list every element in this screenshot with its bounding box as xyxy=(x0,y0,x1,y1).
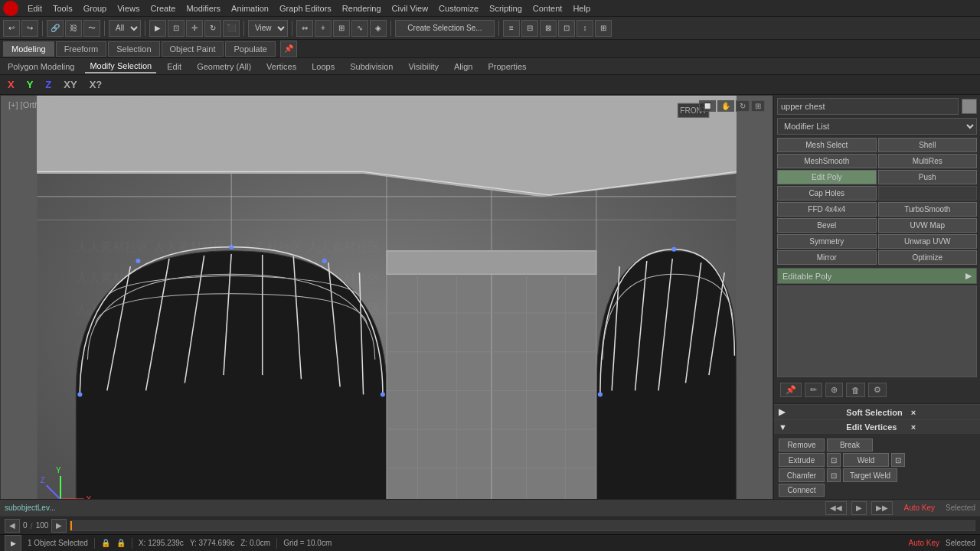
object-name-input[interactable] xyxy=(777,98,959,115)
tab2-align[interactable]: Align xyxy=(449,60,477,73)
chamfer-settings-button[interactable]: ⊡ xyxy=(827,468,841,482)
stack-config-button[interactable]: ⚙ xyxy=(868,383,887,397)
timeline-prev-button[interactable]: ◀◀ xyxy=(825,501,847,515)
tab-object-paint[interactable]: Object Paint xyxy=(162,41,224,57)
stack-delete-button[interactable]: 🗑 xyxy=(846,383,865,397)
menu-create[interactable]: Create xyxy=(145,2,180,15)
axis-xp-button[interactable]: X? xyxy=(85,78,107,91)
mod-btn-edit-poly[interactable]: Edit Poly xyxy=(777,170,877,184)
scale-button[interactable]: ⬛ xyxy=(223,20,240,37)
menu-customize[interactable]: Customize xyxy=(434,2,483,15)
mod-btn-symmetry[interactable]: Symmetry xyxy=(777,234,877,249)
menu-help[interactable]: Help xyxy=(568,2,595,15)
tab-selection[interactable]: Selection xyxy=(108,41,159,57)
extrude-settings-button[interactable]: ⊡ xyxy=(827,453,841,467)
toolbar-extra-5[interactable]: ⊞ xyxy=(595,20,612,37)
tab2-loops[interactable]: Loops xyxy=(307,60,339,73)
rotate-button[interactable]: ↻ xyxy=(204,20,221,37)
mod-btn-unwrap-uvw[interactable]: Unwrap UVW xyxy=(878,234,978,249)
mirror-button[interactable]: ⇔ xyxy=(296,20,313,37)
break-button[interactable]: Break xyxy=(827,439,873,452)
tab-populate[interactable]: Populate xyxy=(225,41,275,57)
mod-btn-ffd[interactable]: FFD 4x4x4 xyxy=(777,202,877,217)
mod-btn-turbosmooth[interactable]: TurboSmooth xyxy=(878,202,978,217)
vp-nav-maximize[interactable]: ⊞ xyxy=(751,100,765,112)
remove-button[interactable]: Remove xyxy=(779,439,825,452)
axis-x-button[interactable]: X xyxy=(3,78,19,91)
align-button[interactable]: + xyxy=(315,20,332,37)
tab-modeling[interactable]: Modeling xyxy=(3,41,54,57)
menu-modifiers[interactable]: Modifiers xyxy=(181,2,225,15)
tab-pin-button[interactable]: 📌 xyxy=(280,41,297,57)
tab2-geometry-all[interactable]: Geometry (All) xyxy=(192,60,256,73)
timeline-next-button[interactable]: ▶▶ xyxy=(871,501,893,515)
timeline-track[interactable] xyxy=(70,520,975,531)
timeline-play-button[interactable]: ▶ xyxy=(851,501,867,515)
weld-button[interactable]: Weld xyxy=(843,453,889,467)
menu-civil-view[interactable]: Civil View xyxy=(387,2,433,15)
modifier-list-select[interactable]: Modifier List xyxy=(777,118,977,135)
mod-btn-push[interactable]: Push xyxy=(878,170,978,184)
render-setup[interactable]: ◈ xyxy=(370,20,387,37)
mod-btn-meshsmooth[interactable]: MeshSmooth xyxy=(777,154,877,168)
bind-space-warp[interactable]: 〜 xyxy=(83,20,100,37)
named-sets-button[interactable]: ≡ xyxy=(503,20,520,37)
tab2-subdivision[interactable]: Subdivision xyxy=(345,60,397,73)
mod-btn-multires[interactable]: MultiRes xyxy=(878,154,978,168)
axis-xy-button[interactable]: XY xyxy=(59,78,81,91)
animation-mode-button[interactable]: ▶ xyxy=(5,535,21,552)
mod-btn-shell[interactable]: Shell xyxy=(878,138,978,152)
color-swatch[interactable] xyxy=(962,99,977,114)
menu-animation[interactable]: Animation xyxy=(227,2,273,15)
curve-editor[interactable]: ∿ xyxy=(351,20,368,37)
tab2-visibility[interactable]: Visibility xyxy=(403,60,443,73)
mod-btn-uvw-map[interactable]: UVW Map xyxy=(878,218,978,233)
stack-edit-button[interactable]: ✏ xyxy=(805,383,822,397)
tab2-modify-selection[interactable]: Modify Selection xyxy=(85,60,156,73)
tab-freeform[interactable]: Freeform xyxy=(56,41,107,57)
select-object-button[interactable]: ▶ xyxy=(149,20,166,37)
mod-btn-optimize[interactable]: Optimize xyxy=(878,250,978,265)
tab2-polygon-modeling[interactable]: Polygon Modeling xyxy=(3,60,79,73)
menu-views[interactable]: Views xyxy=(113,2,144,15)
chamfer-button[interactable]: Chamfer xyxy=(779,468,825,482)
tab2-vertices[interactable]: Vertices xyxy=(262,60,301,73)
mod-btn-cap-holes[interactable]: Cap Holes xyxy=(777,186,877,201)
menu-tools[interactable]: Tools xyxy=(48,2,77,15)
create-selection-button[interactable]: Create Selection Se... xyxy=(395,20,495,37)
menu-edit[interactable]: Edit xyxy=(23,2,47,15)
soft-selection-header[interactable]: ▶ Soft Selection × xyxy=(774,405,980,419)
viewport[interactable]: [+] [Orthographic] [Standard] [Edged Fac… xyxy=(0,95,773,531)
menu-graph-editors[interactable]: Graph Editors xyxy=(275,2,336,15)
vp-nav-orbit[interactable]: ↻ xyxy=(736,100,750,112)
view-dropdown[interactable]: View xyxy=(248,20,288,37)
menu-scripting[interactable]: Scripting xyxy=(485,2,527,15)
mod-btn-mesh-select[interactable]: Mesh Select xyxy=(777,138,877,152)
weld-settings-button[interactable]: ⊡ xyxy=(891,453,905,467)
target-weld-button[interactable]: Target Weld xyxy=(843,468,897,482)
toolbar-extra-2[interactable]: ⊠ xyxy=(540,20,557,37)
filter-dropdown[interactable]: All xyxy=(109,20,141,37)
edit-vertices-header[interactable]: ▼ Edit Vertices × xyxy=(774,420,980,434)
redo-button[interactable]: ↪ xyxy=(21,20,38,37)
select-region-button[interactable]: ⊡ xyxy=(168,20,185,37)
menu-group[interactable]: Group xyxy=(79,2,112,15)
unlink-button[interactable]: ⛓ xyxy=(65,20,82,37)
extrude-button[interactable]: Extrude xyxy=(779,453,825,467)
layer-button[interactable]: ⊞ xyxy=(333,20,350,37)
mod-btn-bevel[interactable]: Bevel xyxy=(777,218,877,233)
tl-prev-frame-button[interactable]: ◀ xyxy=(5,519,20,533)
menu-rendering[interactable]: Rendering xyxy=(338,2,386,15)
toolbar-extra-3[interactable]: ⊡ xyxy=(558,20,575,37)
mod-btn-mirror[interactable]: Mirror xyxy=(777,250,877,265)
link-button[interactable]: 🔗 xyxy=(47,20,64,37)
axis-z-button[interactable]: Z xyxy=(41,78,56,91)
tab2-edit[interactable]: Edit xyxy=(162,60,186,73)
vp-nav-pan[interactable]: ✋ xyxy=(717,100,734,112)
tab2-properties[interactable]: Properties xyxy=(483,60,531,73)
connect-button[interactable]: Connect xyxy=(779,484,825,497)
axis-y-button[interactable]: Y xyxy=(22,78,38,91)
stack-pin-button[interactable]: 📌 xyxy=(780,383,802,397)
mod-btn-surface[interactable] xyxy=(878,186,978,201)
tl-next-frame-button[interactable]: ▶ xyxy=(51,519,67,533)
